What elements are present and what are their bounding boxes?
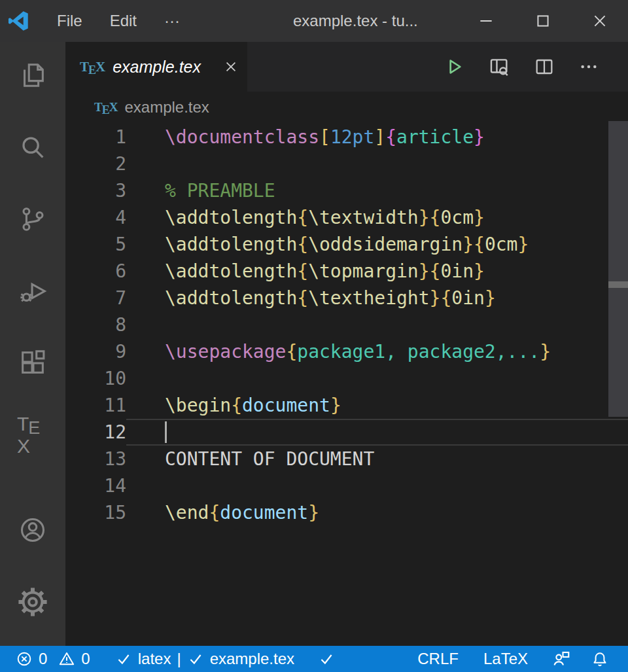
code-line[interactable]: 5\addtolength{\oddsidemargin}{0cm} bbox=[65, 231, 628, 258]
code-token: \begin bbox=[165, 395, 231, 416]
latex-workshop-button[interactable]: TEX bbox=[17, 419, 48, 451]
warning-icon bbox=[58, 650, 75, 667]
line-content[interactable]: \documentclass[12pt]{article} bbox=[126, 124, 628, 150]
code-token: { bbox=[297, 260, 308, 282]
explorer-button[interactable] bbox=[17, 60, 48, 91]
vertical-scrollbar-thumb[interactable] bbox=[608, 121, 628, 417]
lint-status[interactable] bbox=[311, 646, 341, 672]
line-content[interactable] bbox=[126, 150, 628, 177]
tab-bar: TEX example.tex bbox=[65, 42, 628, 92]
code-editor[interactable]: 1\documentclass[12pt]{article}23% PREAMB… bbox=[65, 122, 628, 646]
language-mode[interactable]: LaTeX bbox=[474, 646, 538, 672]
code-token: \oddsidemargin bbox=[308, 234, 462, 255]
code-token: } bbox=[485, 287, 496, 309]
latex-preview-icon[interactable] bbox=[488, 56, 510, 78]
activity-bar: TEX bbox=[0, 42, 65, 646]
code-token: { bbox=[430, 207, 441, 228]
code-line[interactable]: 2 bbox=[65, 150, 628, 177]
code-token: { bbox=[430, 260, 441, 282]
line-number: 7 bbox=[65, 287, 126, 309]
run-latex-icon[interactable] bbox=[444, 56, 464, 77]
check-icon bbox=[115, 650, 132, 667]
line-number: 15 bbox=[65, 502, 126, 523]
code-token: } bbox=[474, 126, 485, 148]
breadcrumb-item-file[interactable]: example.tex bbox=[124, 98, 209, 116]
code-line[interactable]: 6\addtolength{\topmargin}{0in} bbox=[65, 258, 628, 285]
line-content[interactable]: \usepackage{package1, package2,...} bbox=[126, 338, 628, 365]
tab-example-tex[interactable]: TEX example.tex bbox=[65, 42, 247, 92]
source-control-button[interactable] bbox=[17, 203, 48, 235]
code-line[interactable]: 7\addtolength{\textheight}{0in} bbox=[65, 285, 628, 311]
bell-icon bbox=[591, 650, 609, 668]
close-icon bbox=[591, 12, 608, 29]
accounts-button[interactable] bbox=[17, 514, 48, 546]
menu-file[interactable]: File bbox=[43, 0, 96, 42]
line-content[interactable] bbox=[126, 419, 628, 446]
minimize-button[interactable] bbox=[457, 0, 514, 42]
code-line[interactable]: 12 bbox=[65, 419, 628, 446]
code-token: package1, package2,... bbox=[297, 341, 540, 363]
line-content[interactable]: % PREAMBLE bbox=[126, 177, 628, 204]
menu-overflow[interactable]: ··· bbox=[150, 0, 194, 42]
line-content[interactable]: \end{document} bbox=[126, 499, 628, 526]
line-content[interactable]: \addtolength{\oddsidemargin}{0cm} bbox=[126, 231, 628, 258]
code-token: \textwidth bbox=[308, 207, 419, 228]
latex-build-status[interactable]: latex | example.tex bbox=[109, 646, 301, 672]
code-line[interactable]: 11\begin{document} bbox=[65, 392, 628, 419]
code-token: } bbox=[540, 341, 551, 363]
line-content[interactable] bbox=[126, 365, 628, 392]
search-icon bbox=[18, 132, 48, 162]
explorer-icon bbox=[18, 60, 48, 90]
code-token: } bbox=[419, 207, 430, 228]
code-line[interactable]: 13CONTENT OF DOCUMENT bbox=[65, 446, 628, 472]
code-token: { bbox=[474, 234, 485, 255]
code-token: { bbox=[209, 502, 220, 523]
code-token: } bbox=[474, 260, 485, 282]
line-content[interactable]: \addtolength{\textheight}{0in} bbox=[126, 285, 628, 311]
feedback-button[interactable] bbox=[542, 646, 581, 672]
error-count: 0 bbox=[39, 650, 47, 668]
code-token: } bbox=[517, 234, 529, 255]
code-line[interactable]: 1\documentclass[12pt]{article} bbox=[65, 124, 628, 150]
notifications-button[interactable] bbox=[581, 646, 619, 672]
line-content[interactable]: \begin{document} bbox=[126, 392, 628, 419]
line-number: 13 bbox=[65, 448, 126, 470]
close-tab-icon[interactable] bbox=[224, 60, 238, 74]
status-separator: | bbox=[177, 650, 181, 668]
code-token: CONTENT OF DOCUMENT bbox=[165, 448, 374, 470]
eol-indicator[interactable]: CRLF bbox=[408, 646, 468, 672]
problems-status[interactable]: 0 0 bbox=[9, 646, 97, 672]
code-token: { bbox=[231, 395, 242, 416]
split-editor-icon[interactable] bbox=[534, 56, 555, 77]
code-token: } bbox=[419, 260, 430, 282]
settings-button[interactable] bbox=[17, 586, 48, 618]
maximize-button[interactable] bbox=[514, 0, 571, 42]
code-token: document bbox=[242, 395, 330, 416]
code-line[interactable]: 15\end{document} bbox=[65, 499, 628, 526]
run-and-debug-button[interactable] bbox=[17, 275, 48, 307]
line-content[interactable]: CONTENT OF DOCUMENT bbox=[126, 446, 628, 472]
menu-edit[interactable]: Edit bbox=[96, 0, 150, 42]
line-content[interactable]: \addtolength{\topmargin}{0in} bbox=[126, 258, 628, 285]
line-number: 4 bbox=[65, 207, 126, 228]
code-line[interactable]: 4\addtolength{\textwidth}{0cm} bbox=[65, 204, 628, 231]
code-token: } bbox=[474, 207, 485, 228]
line-content[interactable] bbox=[126, 311, 628, 338]
search-button[interactable] bbox=[17, 132, 48, 163]
editor-group: TEX example.tex TEX example.tex bbox=[65, 42, 628, 646]
code-line[interactable]: 10 bbox=[65, 365, 628, 392]
line-content[interactable] bbox=[126, 472, 628, 499]
extensions-button[interactable] bbox=[17, 347, 48, 379]
code-line[interactable]: 3% PREAMBLE bbox=[65, 177, 628, 204]
code-token: document bbox=[220, 502, 308, 523]
code-line[interactable]: 9\usepackage{package1, package2,...} bbox=[65, 338, 628, 365]
code-line[interactable]: 8 bbox=[65, 311, 628, 338]
overview-ruler-marker bbox=[608, 281, 628, 288]
close-window-button[interactable] bbox=[571, 0, 628, 42]
code-line[interactable]: 14 bbox=[65, 472, 628, 499]
line-number: 2 bbox=[65, 153, 126, 175]
line-number: 6 bbox=[65, 260, 126, 282]
more-actions-icon[interactable] bbox=[578, 56, 599, 77]
code-token: } bbox=[430, 287, 441, 309]
line-content[interactable]: \addtolength{\textwidth}{0cm} bbox=[126, 204, 628, 231]
